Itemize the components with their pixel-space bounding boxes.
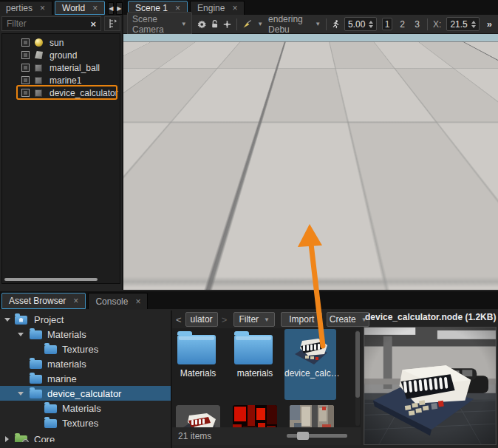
node-label: material_ball (50, 63, 100, 73)
vertical-scrollbar[interactable] (355, 330, 360, 426)
tree-label: Textures (62, 344, 98, 355)
clear-filter-icon[interactable]: × (90, 18, 96, 30)
node-reference-icon (35, 64, 42, 72)
tab-console[interactable]: Console × (88, 293, 148, 309)
asset-folder-materials[interactable] (177, 335, 216, 364)
speed-preset-1-button[interactable]: 1 (382, 18, 392, 30)
tree-item-project[interactable]: Project (0, 312, 171, 327)
tab-scroll-right-button[interactable]: ▶ (116, 2, 122, 15)
horizontal-scrollbar[interactable] (4, 278, 98, 281)
tree-label: device_calculator (47, 388, 121, 399)
lock-icon[interactable] (211, 18, 218, 30)
expander-icon[interactable] (5, 436, 9, 442)
gear-icon[interactable] (197, 18, 206, 30)
tree-item-device-calculator[interactable]: device_calculator (0, 386, 171, 401)
spinner-down-icon[interactable] (369, 25, 373, 28)
tree-item-dc-textures[interactable]: Textures (0, 415, 171, 430)
toolbar-separator (326, 18, 327, 30)
tree-label: Textures (62, 418, 98, 429)
spinner-up-icon[interactable] (369, 21, 373, 24)
breadcrumb[interactable]: ulator (185, 312, 218, 327)
asset-device-calculator-node[interactable] (289, 331, 332, 368)
viewport-toolbar: Scene Camera ▼ ▼ endering Debu ▼ 5.00 1 … (123, 15, 498, 34)
viewport-3d-scene[interactable]: Z -Y (123, 34, 498, 290)
toolbar-overflow-button[interactable]: » (485, 18, 494, 30)
tree-item-materials[interactable]: Materials (0, 327, 171, 342)
camera-speed-runner-icon[interactable] (332, 18, 339, 30)
close-icon[interactable]: × (175, 4, 180, 13)
tab-world[interactable]: World × (55, 1, 105, 15)
axis-gizmo-cube[interactable]: Z -Y (423, 41, 481, 105)
back-button[interactable]: < (172, 314, 185, 325)
camera-select[interactable]: Scene Camera ▼ (127, 12, 192, 37)
tree-item-marine[interactable]: marine (0, 371, 171, 386)
tab-label: Asset Browser (9, 296, 66, 306)
filter-input[interactable]: Filter × (1, 16, 101, 31)
asset-grid: Materials materials device_calc… (172, 328, 361, 427)
ground-spot (307, 235, 322, 245)
asset-folder-materials-lower[interactable] (234, 335, 273, 364)
tree-node-sun[interactable]: sun (2, 36, 120, 49)
tree-item-core[interactable]: Core (0, 432, 171, 442)
tree-item-materials-lower[interactable]: materials (0, 356, 171, 371)
close-icon[interactable]: × (232, 4, 237, 13)
close-icon[interactable]: × (135, 297, 140, 306)
folder-icon (30, 360, 42, 369)
visibility-checkbox[interactable] (21, 51, 30, 59)
tree-label: marine (47, 373, 77, 384)
camera-speed-field[interactable]: 5.00 (344, 17, 377, 31)
thumbnail-size-slider[interactable] (287, 434, 347, 438)
tab-label: Engine (197, 3, 225, 13)
tree-label: Core (34, 434, 55, 443)
tab-label: World (62, 3, 85, 13)
device-calculator-model[interactable] (219, 109, 403, 229)
ground-grid (123, 34, 498, 41)
bottom-tabbar: Asset Browser × Console × (0, 291, 498, 309)
node-reference-icon (35, 77, 42, 84)
ground-spot (216, 247, 231, 256)
slider-knob[interactable] (297, 432, 309, 440)
spinner-down-icon[interactable] (471, 25, 476, 28)
visibility-checkbox[interactable] (21, 76, 30, 84)
visibility-checkbox[interactable] (21, 64, 30, 72)
x-position-value: 21.5 (450, 19, 467, 30)
tree-item-textures[interactable]: Textures (0, 342, 171, 356)
expander-icon[interactable] (18, 392, 24, 396)
tab-properties[interactable]: perties × (0, 1, 52, 15)
tab-scroll-left-button[interactable]: ◀ (108, 2, 114, 15)
folder-icon (44, 345, 57, 354)
filter-label: Filter (239, 314, 259, 325)
selection-highlight-outline (16, 85, 117, 100)
expander-icon[interactable] (4, 318, 10, 322)
tab-asset-browser[interactable]: Asset Browser × (1, 293, 86, 309)
visibility-checkbox[interactable] (21, 38, 30, 47)
x-axis-label: X: (433, 19, 441, 30)
folder-icon (30, 330, 42, 339)
folder-icon (44, 404, 57, 413)
asset-preview-panel: device_calculator.node (1.2KB) (362, 310, 498, 447)
close-icon[interactable]: × (40, 4, 45, 13)
x-position-field[interactable]: 21.5 (446, 17, 479, 31)
close-icon[interactable]: × (73, 296, 78, 305)
close-icon[interactable]: × (92, 4, 98, 13)
speed-preset-2-button[interactable]: 2 (398, 18, 407, 30)
tree-item-dc-materials[interactable]: Materials (0, 401, 171, 415)
forward-button[interactable]: > (218, 314, 231, 325)
tree-node-ground[interactable]: ground (2, 49, 120, 61)
chevron-down-icon[interactable]: ▼ (257, 21, 263, 27)
spinner-up-icon[interactable] (471, 21, 476, 24)
speed-preset-3-button[interactable]: 3 (412, 18, 422, 30)
move-placement-icon[interactable] (223, 19, 231, 30)
item-count: 21 items (178, 431, 211, 441)
tab-engine[interactable]: Engine × (190, 1, 245, 15)
filter-dropdown-button[interactable]: Filter ▼ (233, 312, 275, 327)
hierarchy-toggle-button[interactable] (104, 16, 120, 31)
asset-label: materials (229, 368, 281, 379)
render-brush-icon[interactable] (242, 18, 252, 30)
rendering-debug-select[interactable]: endering Debu ▼ (268, 14, 321, 35)
tree-node-material-ball[interactable]: material_ball (2, 61, 120, 74)
expander-icon[interactable] (18, 333, 24, 336)
world-node-tree: sun ground material_ball marine1 device_ (1, 33, 120, 284)
tree-lines-icon (107, 18, 117, 29)
import-button[interactable]: Import (281, 312, 322, 327)
